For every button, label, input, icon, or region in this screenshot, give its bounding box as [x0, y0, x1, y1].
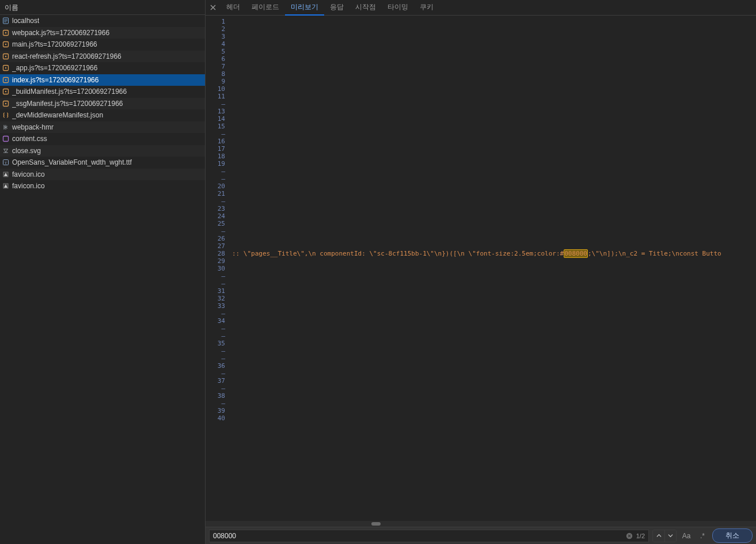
- svg-point-4: [5, 44, 6, 45]
- js-icon: [2, 64, 9, 71]
- js-icon: [2, 88, 9, 95]
- svg-icon: [2, 147, 9, 154]
- code-line: [232, 265, 721, 272]
- match-case-toggle[interactable]: Aa: [680, 532, 693, 540]
- request-name: close.svg: [12, 147, 41, 155]
- line-number: –: [206, 332, 229, 340]
- code-line: [232, 362, 721, 370]
- request-name: main.js?ts=1720069271966: [12, 40, 97, 48]
- request-row[interactable]: _buildManifest.js?ts=1720069271966: [0, 86, 205, 98]
- tab-쿠키[interactable]: 쿠키: [414, 0, 439, 16]
- code-line: [232, 138, 721, 145]
- line-number: –: [206, 100, 229, 108]
- request-row[interactable]: _devMiddlewareManifest.json: [0, 109, 205, 121]
- line-number: 35: [206, 340, 229, 347]
- tab-페이로드[interactable]: 페이로드: [246, 0, 285, 16]
- line-number: 15: [206, 123, 229, 130]
- code-line: [232, 325, 721, 332]
- line-number: 37: [206, 377, 229, 385]
- code-content[interactable]: :: \"pages__Title\",\n componentId: \"sc…: [232, 18, 721, 422]
- code-line: [232, 212, 721, 220]
- request-row[interactable]: close.svg: [0, 145, 205, 157]
- horizontal-scrollbar[interactable]: [206, 521, 756, 527]
- request-row[interactable]: webpack-hmr: [0, 121, 205, 134]
- find-prev-button[interactable]: [653, 530, 664, 542]
- svg-point-2: [5, 32, 6, 33]
- request-name: react-refresh.js?ts=1720069271966: [12, 52, 121, 60]
- line-number: –: [206, 168, 229, 175]
- request-row[interactable]: TOpenSans_VariableFont_wdth_wght.ttf: [0, 157, 205, 169]
- tab-시작점[interactable]: 시작점: [349, 0, 382, 16]
- scrollbar-thumb[interactable]: [371, 522, 381, 526]
- code-line: [232, 220, 721, 227]
- code-line: [232, 407, 721, 414]
- request-name: index.js?ts=1720069271966: [12, 76, 98, 84]
- js-icon: [2, 29, 9, 36]
- request-name: _devMiddlewareManifest.json: [12, 111, 103, 119]
- svg-point-6: [5, 56, 6, 57]
- css-icon: [2, 135, 9, 142]
- line-number: 21: [206, 190, 229, 197]
- line-number: 29: [206, 257, 229, 265]
- code-line: [232, 392, 721, 400]
- find-next-button[interactable]: [664, 530, 676, 542]
- line-number: –: [206, 400, 229, 407]
- line-number: 16: [206, 138, 229, 145]
- line-number: –: [206, 370, 229, 377]
- request-row[interactable]: react-refresh.js?ts=1720069271966: [0, 51, 205, 63]
- tab-타이밍[interactable]: 타이밍: [382, 0, 414, 16]
- main-panel: 헤더페이로드미리보기응답시작점타이밍쿠키 1234567891011–13141…: [206, 0, 756, 544]
- code-line: [232, 168, 721, 175]
- code-line: :: \"pages__Title\",\n componentId: \"sc…: [232, 250, 721, 257]
- line-number: 9: [206, 78, 229, 85]
- tab-미리보기[interactable]: 미리보기: [285, 0, 324, 16]
- line-number: –: [206, 130, 229, 138]
- line-number: 27: [206, 242, 229, 250]
- line-number: 8: [206, 70, 229, 78]
- code-line: [232, 123, 721, 130]
- line-number: –: [206, 347, 229, 355]
- code-line: [232, 385, 721, 392]
- line-gutter: 1234567891011–131415–16171819––2021–2324…: [206, 18, 229, 422]
- code-line: [232, 370, 721, 377]
- code-line: [232, 302, 721, 310]
- line-number: –: [206, 175, 229, 182]
- img-icon: [2, 182, 9, 189]
- cancel-button[interactable]: 취소: [712, 528, 753, 543]
- request-name: _ssgManifest.js?ts=1720069271966: [12, 100, 123, 108]
- doc-icon: [2, 17, 9, 24]
- request-row[interactable]: main.js?ts=1720069271966: [0, 39, 205, 51]
- request-row[interactable]: favicon.ico: [0, 169, 205, 181]
- request-row[interactable]: localhost: [0, 15, 205, 27]
- line-number: –: [206, 197, 229, 205]
- find-input[interactable]: [213, 532, 626, 540]
- line-number: 31: [206, 287, 229, 295]
- tab-응답[interactable]: 응답: [324, 0, 349, 16]
- code-line: [232, 160, 721, 168]
- clear-icon[interactable]: [626, 532, 634, 540]
- request-row[interactable]: webpack.js?ts=1720069271966: [0, 27, 205, 39]
- line-number: 25: [206, 220, 229, 227]
- request-row[interactable]: _ssgManifest.js?ts=1720069271966: [0, 98, 205, 110]
- regex-toggle[interactable]: .*: [696, 532, 709, 540]
- line-number: 24: [206, 212, 229, 220]
- request-row[interactable]: favicon.ico: [0, 180, 205, 192]
- line-number: 33: [206, 302, 229, 310]
- code-line: [232, 93, 721, 100]
- line-number: 11: [206, 93, 229, 100]
- close-icon[interactable]: [206, 0, 221, 15]
- line-number: 19: [206, 160, 229, 168]
- code-line: [232, 400, 721, 407]
- request-row[interactable]: content.css: [0, 133, 205, 145]
- find-nav: [652, 530, 677, 542]
- request-row[interactable]: index.js?ts=1720069271966: [0, 74, 205, 86]
- tab-헤더[interactable]: 헤더: [221, 0, 246, 16]
- code-line: [232, 182, 721, 190]
- svg-point-12: [5, 91, 6, 92]
- code-line: [232, 414, 721, 422]
- network-sidebar: 이름 localhostwebpack.js?ts=1720069271966m…: [0, 0, 206, 544]
- line-number: 13: [206, 108, 229, 115]
- request-row[interactable]: _app.js?ts=1720069271966: [0, 62, 205, 74]
- line-number: 32: [206, 295, 229, 302]
- svg-point-10: [5, 79, 6, 81]
